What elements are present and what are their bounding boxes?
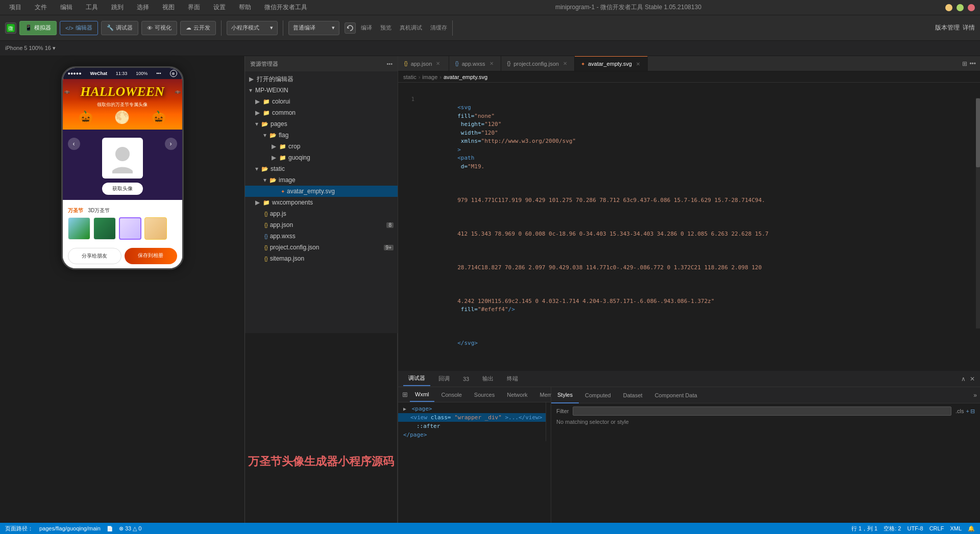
folder-static[interactable]: ▾ 📂 static [245,163,398,174]
get-avatar-button[interactable]: 获取头像 [102,183,143,195]
simulator-button[interactable]: 📱 模拟器 [19,21,57,35]
breadcrumb-item-2[interactable]: image [422,74,437,80]
app-json-tab-close[interactable]: ✕ [435,61,441,66]
folder-common[interactable]: ▶ 📁 common [245,107,398,118]
wxml-view[interactable]: <view class= "wrapper _div" >...</view> [398,413,546,422]
app-wxss-tab-close[interactable]: ✕ [488,61,495,66]
file-app-wxss[interactable]: {} app.wxss [245,231,398,242]
menu-item-tools[interactable]: 工具 [82,2,102,13]
folder-flag[interactable]: ▾ 📂 flag [245,130,398,141]
option-item-2[interactable] [93,217,116,240]
save-button[interactable]: 保存到相册 [125,248,177,264]
devtools-tab-terminal[interactable]: 终端 [502,372,523,386]
share-button[interactable]: 分享给朋友 [68,248,121,264]
folder-colorui[interactable]: ▶ 📁 colorui [245,96,398,107]
menu-item-view[interactable]: 视图 [158,2,179,13]
mode-select[interactable]: 小程序模式 ▾ [227,21,278,35]
devtools-tab-sources[interactable]: Sources [469,388,500,402]
root-folder[interactable]: ▾ MP-WEIXIN [245,85,398,96]
devtools-tab-console[interactable]: Console [436,388,467,402]
wxml-close-page[interactable]: </page> [398,430,546,439]
preview-label[interactable]: 预览 [380,24,391,32]
phone-menu-dots[interactable]: ••• [156,71,161,76]
file-app-json[interactable]: {} app.json 8 [245,219,398,231]
devtools-tab-wxml[interactable]: Wxml [410,388,434,402]
next-arrow[interactable]: › [165,138,177,150]
devtools-inspect-icon[interactable]: ⊞ [402,391,408,398]
devtools-tab-callback[interactable]: 回调 [433,372,455,386]
version-manage-button[interactable]: 版本管理 [935,23,960,32]
menu-item-wechat[interactable]: 微信开发者工具 [260,2,311,13]
file-avatar-empty-svg[interactable]: ✦ avatar_empty.svg [245,186,398,197]
filter-input[interactable] [573,406,951,416]
tab-project-config[interactable]: {} project.config.json ✕ [501,56,575,71]
devtools-tab-debugger[interactable]: 调试器 [403,372,430,386]
folder-guoqing[interactable]: ▶ 📁 guoqing [245,152,398,163]
option-item-4[interactable] [144,217,167,240]
devtools-tab-count[interactable]: 33 [458,372,474,386]
maximize-button[interactable] [957,4,964,11]
wxml-after[interactable]: ::after [398,422,546,430]
tab-more-icon[interactable]: ••• [969,60,976,67]
prev-arrow[interactable]: ‹ [68,138,80,150]
menu-item-edit[interactable]: 编辑 [56,2,77,13]
toggle-style-button[interactable]: ⊟ [970,408,975,415]
code-editor[interactable]: 1 <svg fill="none" height="120" width="1… [398,83,980,371]
avatar-svg-tab-close[interactable]: ✕ [635,61,641,67]
editor-button[interactable]: </> 编辑器 [60,21,98,35]
real-debug-label[interactable]: 真机调试 [400,24,422,32]
file-project-config[interactable]: {} project.config.json 9+ [245,242,398,253]
menu-item-settings[interactable]: 设置 [209,2,230,13]
minimize-button[interactable] [945,4,952,11]
tab-split-icon[interactable]: ⊞ [962,60,967,67]
option-item-1[interactable] [68,217,90,240]
menu-item-select[interactable]: 选择 [133,2,153,13]
tab-app-json[interactable]: {} app.json ✕ [398,56,449,71]
status-path[interactable]: pages/flag/guoqing/main [39,525,101,531]
tab-halloween[interactable]: 万圣节 [68,207,83,214]
phone-more-icon[interactable]: ⊕ [170,70,177,77]
tab-app-wxss[interactable]: {} app.wxss ✕ [449,56,501,71]
notification-icon[interactable]: 🔔 [968,525,975,532]
project-config-tab-close[interactable]: ✕ [562,61,568,66]
refresh-button[interactable] [345,22,356,34]
menu-item-interface[interactable]: 界面 [184,2,204,13]
breadcrumb-item-1[interactable]: static [403,74,416,80]
folder-image[interactable]: ▾ 📂 image [245,174,398,186]
option-item-3[interactable] [119,217,141,240]
debugger-button[interactable]: 🔧 调试器 [101,21,138,35]
folder-wxcomponents[interactable]: ▶ 📁 wxcomponents [245,197,398,208]
menu-item-file[interactable]: 文件 [31,2,51,13]
close-button[interactable] [968,4,975,11]
file-app-js[interactable]: {} app.js [245,208,398,219]
tab-avatar-empty-svg[interactable]: ✦ avatar_empty.svg ✕ [575,56,648,71]
styles-tab-dataset[interactable]: Dataset [617,387,649,403]
menu-item-help[interactable]: 帮助 [235,2,255,13]
code-scrollbar[interactable] [976,98,980,328]
devtools-close-icon[interactable]: ✕ [970,375,975,383]
compile-select[interactable]: 普通编译 ▾ [288,21,339,35]
menu-item-project[interactable]: 项目 [5,2,26,13]
clean-label[interactable]: 清缓存 [430,24,447,32]
wxml-page[interactable]: ▶ <page> [398,404,546,413]
devtools-collapse-icon[interactable]: ∧ [961,375,966,383]
tab-3d-halloween[interactable]: 3D万圣节 [88,207,110,214]
styles-tab-computed[interactable]: Computed [579,387,617,403]
detail-button[interactable]: 详情 [963,23,975,32]
add-style-button[interactable]: + [966,408,969,414]
styles-tab-component-data[interactable]: Component Data [649,387,703,403]
styles-more-icon[interactable]: » [973,392,977,399]
visual-button[interactable]: 👁 可视化 [141,21,177,35]
devtools-tab-output[interactable]: 输出 [477,372,499,386]
file-manager-menu-icon[interactable]: ••• [386,61,393,67]
cloud-button[interactable]: ☁ 云开发 [180,21,216,35]
file-sitemap-json[interactable]: {} sitemap.json [245,253,398,264]
devtools-tab-network[interactable]: Network [502,388,532,402]
styles-tab-styles[interactable]: Styles [551,387,579,403]
device-info[interactable]: iPhone 5 100% 16 ▾ [5,45,56,52]
open-editors-section[interactable]: ▶ 打开的编辑器 [245,73,398,85]
folder-pages[interactable]: ▾ 📂 pages [245,118,398,130]
folder-crop[interactable]: ▶ 📁 crop [245,141,398,152]
menu-item-goto[interactable]: 跳到 [107,2,128,13]
compile-label[interactable]: 编译 [361,24,372,32]
